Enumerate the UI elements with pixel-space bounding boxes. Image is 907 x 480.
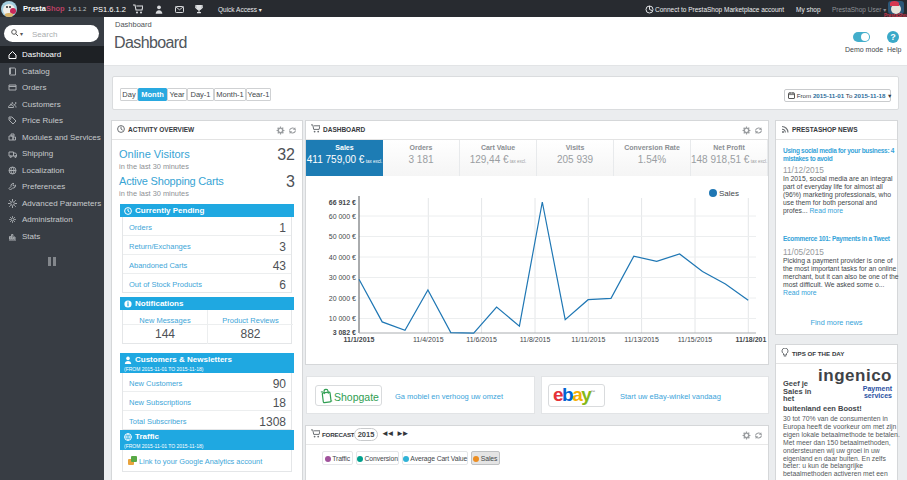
svg-text:11/18/201: 11/18/201 <box>736 336 767 343</box>
svg-text:3 082 €: 3 082 € <box>333 329 356 336</box>
svg-text:11/13/2015: 11/13/2015 <box>624 336 659 343</box>
svg-text:20 000 €: 20 000 € <box>329 295 356 302</box>
svg-text:66 912 €: 66 912 € <box>329 199 356 206</box>
svg-text:11/4/2015: 11/4/2015 <box>413 336 444 343</box>
svg-text:11/1/2015: 11/1/2015 <box>344 336 375 343</box>
svg-text:11/11/2015: 11/11/2015 <box>571 336 605 343</box>
svg-text:40 000 €: 40 000 € <box>329 254 356 261</box>
svg-text:11/6/2015: 11/6/2015 <box>466 336 497 343</box>
svg-text:11/8/2015: 11/8/2015 <box>520 336 551 343</box>
svg-text:10 000 €: 10 000 € <box>329 315 356 322</box>
svg-text:60 000 €: 60 000 € <box>329 213 356 220</box>
svg-text:Sales: Sales <box>719 189 739 198</box>
svg-text:30 000 €: 30 000 € <box>329 274 356 281</box>
svg-text:50 000 €: 50 000 € <box>329 233 356 240</box>
svg-text:11/15/2015: 11/15/2015 <box>678 336 713 343</box>
